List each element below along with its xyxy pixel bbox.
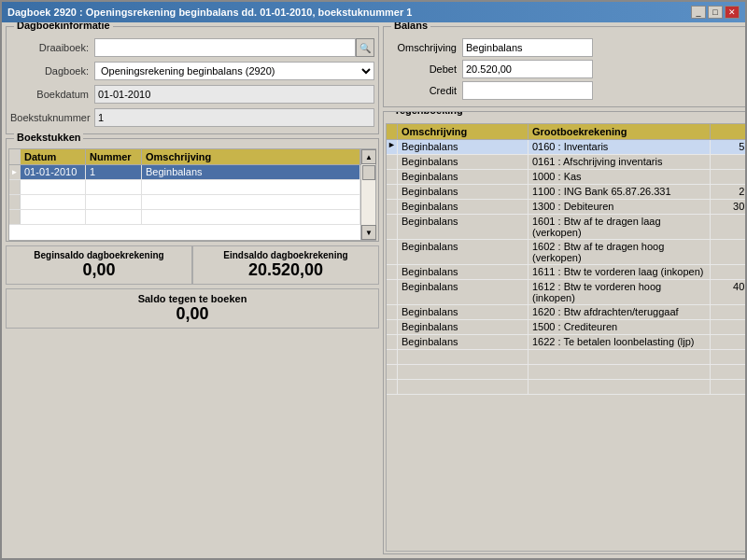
- row-omschrijving: Beginbalans: [142, 165, 360, 179]
- tb-cell-grootboek: 1300 : Debiteuren: [529, 200, 711, 214]
- tb-cell-ind: [387, 185, 398, 199]
- saldo-against-box: Saldo tegen te boeken 0,00: [6, 288, 379, 329]
- tb-row[interactable]: Beginbalans 1601 : Btw af te dragen laag…: [387, 215, 745, 240]
- row-nummer: 1: [86, 165, 142, 179]
- tb-row[interactable]: [387, 365, 745, 380]
- tb-cell-ind: ►: [387, 140, 398, 154]
- col-omschrijving-header: Omschrijving: [142, 149, 360, 164]
- tb-cell-omschrijving: Beginbalans: [398, 215, 529, 239]
- row-indicator: [9, 210, 21, 224]
- tb-cell-debet: [711, 350, 745, 364]
- tb-cell-debet: 2.700,00: [711, 185, 745, 199]
- minimize-button[interactable]: _: [691, 6, 706, 19]
- balans-omschrijving-row: Omschrijving: [388, 38, 745, 57]
- draaiboek-search-button[interactable]: 🔍: [356, 38, 374, 57]
- table-row[interactable]: [9, 210, 360, 225]
- tb-cell-ind: [387, 320, 398, 334]
- row-indicator: [9, 195, 21, 209]
- eindsaldo-box: Eindsaldo dagboekrekening 20.520,00: [192, 245, 379, 285]
- dagboekinformatie-group: Dagboekinformatie Draaiboek: 🔍 Dagboek: …: [6, 26, 379, 134]
- tb-cell-grootboek: 1500 : Crediteuren: [529, 320, 711, 334]
- tb-cell-grootboek: [529, 350, 711, 364]
- tb-cell-ind: [387, 265, 398, 279]
- tb-cell-grootboek: 0160 : Inventaris: [529, 140, 711, 154]
- row-datum: [21, 180, 86, 194]
- maximize-button[interactable]: □: [708, 6, 723, 19]
- tb-cell-debet: 40.000,00: [711, 280, 745, 304]
- dagboek-row: Dagboek: Openingsrekening beginbalans (2…: [10, 60, 374, 80]
- balans-omschrijving-label: Omschrijving: [388, 42, 462, 53]
- tb-cell-debet: 5.000,00: [711, 140, 745, 154]
- row-datum: [21, 210, 86, 224]
- tb-cell-debet: [711, 335, 745, 349]
- tb-cell-omschrijving: [398, 380, 529, 394]
- tb-row[interactable]: ► Beginbalans 0160 : Inventaris 5.000,00: [387, 140, 745, 155]
- tb-cell-debet: [711, 240, 745, 264]
- tb-cell-omschrijving: Beginbalans: [398, 305, 529, 319]
- tb-row[interactable]: Beginbalans 1000 : Kas 100,00: [387, 170, 745, 185]
- tb-row[interactable]: Beginbalans 1612 : Btw te vorderen hoog …: [387, 280, 745, 305]
- boekstukken-group: Boekstukken Datum Nummer Omschrijving: [6, 138, 379, 242]
- tb-row[interactable]: Beginbalans 1622 : Te betalen loonbelast…: [387, 335, 745, 350]
- balans-credit-row: Credit: [388, 81, 745, 100]
- row-nummer: [86, 210, 142, 224]
- saldo-against-label: Saldo tegen te boeken: [10, 293, 374, 304]
- tegenboeking-header: Omschrijving Grootboekrekening Debet Cre…: [387, 124, 745, 140]
- th-debet: Debet: [711, 124, 745, 139]
- tb-cell-debet: 100,00: [711, 170, 745, 184]
- tb-row[interactable]: Beginbalans 1602 : Btw af te dragen hoog…: [387, 240, 745, 265]
- header-indicator: [9, 149, 21, 164]
- tb-row[interactable]: Beginbalans 1611 : Btw te vorderen laag …: [387, 265, 745, 280]
- tb-cell-ind: [387, 365, 398, 379]
- col-nummer-header: Nummer: [86, 149, 142, 164]
- col-datum-header: Datum: [21, 149, 86, 164]
- tb-cell-grootboek: 1611 : Btw te vorderen laag (inkopen): [529, 265, 711, 279]
- tb-cell-omschrijving: [398, 350, 529, 364]
- saldo-section: Beginsaldo dagboekrekening 0,00 Eindsald…: [6, 245, 379, 285]
- tb-row[interactable]: Beginbalans 1100 : ING Bank 65.87.26.331…: [387, 185, 745, 200]
- draaiboek-input[interactable]: [94, 38, 356, 57]
- row-indicator: ►: [9, 165, 21, 179]
- balans-credit-input[interactable]: [462, 81, 593, 100]
- tb-cell-ind: [387, 155, 398, 169]
- row-datum: [21, 195, 86, 209]
- eindsaldo-value: 20.520,00: [197, 260, 374, 280]
- boekdatum-input: [94, 85, 374, 104]
- boekstukken-title: Boekstukken: [14, 132, 83, 143]
- window-title: Dagboek 2920 : Openingsrekening beginbal…: [7, 7, 412, 18]
- tb-row[interactable]: [387, 350, 745, 365]
- tb-cell-omschrijving: Beginbalans: [398, 265, 529, 279]
- tb-cell-grootboek: 1622 : Te betalen loonbelasting (ljp): [529, 335, 711, 349]
- tb-row[interactable]: Beginbalans 1500 : Crediteuren 48.000,00: [387, 320, 745, 335]
- close-button[interactable]: ✕: [725, 6, 740, 19]
- balans-omschrijving-input[interactable]: [462, 38, 593, 57]
- balans-title: Balans: [391, 22, 430, 31]
- tb-cell-debet: [711, 305, 745, 319]
- tb-cell-grootboek: 1612 : Btw te vorderen hoog (inkopen): [529, 280, 711, 304]
- scroll-track[interactable]: [361, 164, 375, 225]
- table-row[interactable]: [9, 180, 360, 195]
- boekstukken-scrollbar[interactable]: ▲ ▼: [360, 149, 375, 240]
- table-row[interactable]: ► 01-01-2010 1 Beginbalans: [9, 165, 360, 180]
- scroll-up-button[interactable]: ▲: [361, 149, 376, 164]
- tb-cell-grootboek: 0161 : Afschrijving inventaris: [529, 155, 711, 169]
- row-omschrijving: [142, 195, 360, 209]
- tb-row[interactable]: Beginbalans 1620 : Btw afdrachten/terugg…: [387, 305, 745, 320]
- balans-debet-input[interactable]: [462, 60, 593, 78]
- tb-cell-grootboek: 1601 : Btw af te dragen laag (verkopen): [529, 215, 711, 239]
- tb-cell-debet: [711, 320, 745, 334]
- tb-cell-grootboek: 1100 : ING Bank 65.87.26.331: [529, 185, 711, 199]
- tb-cell-ind: [387, 305, 398, 319]
- tb-row[interactable]: Beginbalans 0161 : Afschrijving inventar…: [387, 155, 745, 170]
- scroll-down-button[interactable]: ▼: [361, 225, 376, 240]
- dagboek-label: Dagboek:: [10, 65, 94, 77]
- tb-cell-grootboek: 1000 : Kas: [529, 170, 711, 184]
- tegenboeking-table-container: Omschrijving Grootboekrekening Debet Cre…: [386, 123, 745, 552]
- table-row[interactable]: [9, 195, 360, 210]
- tb-row[interactable]: Beginbalans 1300 : Debiteuren 30.000,00: [387, 200, 745, 215]
- tb-cell-debet: 30.000,00: [711, 200, 745, 214]
- tb-cell-omschrijving: Beginbalans: [398, 320, 529, 334]
- scroll-thumb[interactable]: [362, 165, 375, 180]
- tb-row[interactable]: [387, 380, 745, 395]
- dagboek-select[interactable]: Openingsrekening beginbalans (2920): [94, 62, 374, 80]
